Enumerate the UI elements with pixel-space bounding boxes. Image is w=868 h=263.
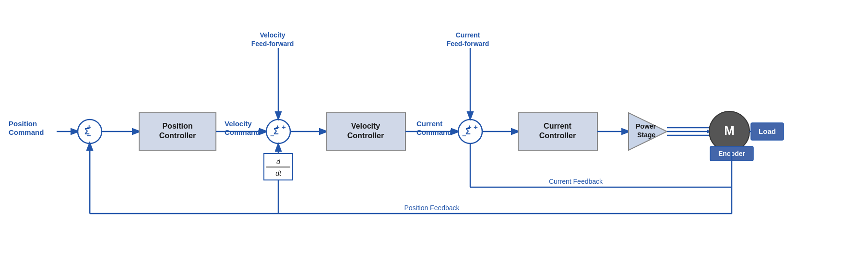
svg-text:Controller: Controller [347, 132, 384, 140]
velocity-command-label: Velocity [225, 120, 252, 128]
svg-text:+: + [467, 123, 472, 131]
svg-text:d: d [276, 158, 281, 166]
svg-text:−: − [270, 132, 274, 140]
svg-text:Velocity: Velocity [351, 122, 380, 130]
velocity-feedforward-label: Velocity [260, 31, 285, 39]
svg-text:Position: Position [162, 122, 192, 130]
current-feedforward-label2: Feed-forward [447, 40, 489, 48]
svg-text:M: M [724, 123, 735, 138]
current-command-label: Current [416, 120, 442, 128]
current-feedforward-label: Current [456, 31, 480, 39]
svg-text:Current: Current [544, 122, 571, 130]
svg-text:dt: dt [275, 169, 282, 177]
svg-text:−: − [462, 132, 466, 140]
svg-text:Stage: Stage [637, 131, 655, 139]
svg-text:Controller: Controller [539, 132, 576, 140]
svg-text:+: + [282, 123, 286, 131]
position-feedback-label: Position Feedback [404, 204, 460, 212]
svg-text:+: + [474, 123, 478, 131]
position-command-label: Position [9, 120, 37, 128]
svg-text:Σ: Σ [84, 127, 90, 136]
velocity-command-label2: Command [225, 128, 260, 136]
current-feedback-label: Current Feedback [549, 178, 603, 185]
svg-text:Power: Power [636, 122, 656, 130]
svg-text:Controller: Controller [159, 132, 196, 140]
position-command-label2: Command [9, 128, 44, 136]
svg-text:Load: Load [759, 127, 776, 135]
svg-text:+: + [275, 123, 280, 131]
velocity-feedforward-label2: Feed-forward [251, 40, 294, 48]
current-command-label2: Command [416, 128, 452, 136]
